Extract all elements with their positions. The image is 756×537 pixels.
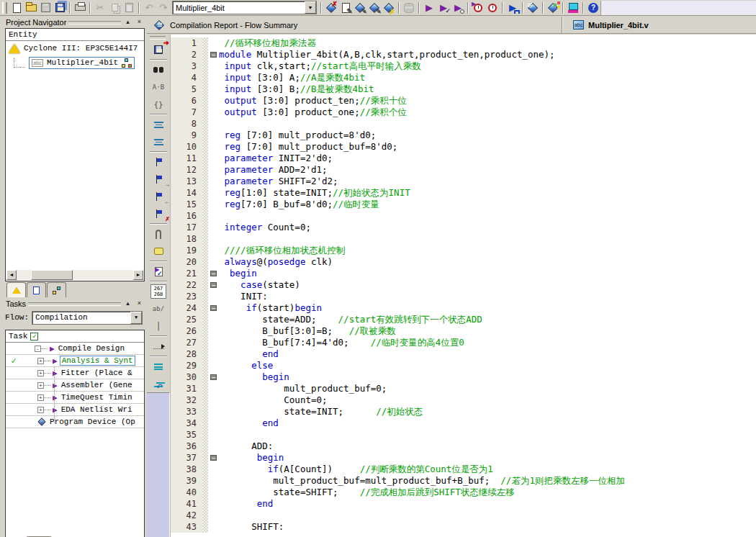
code-text[interactable]: ADD: (219, 441, 756, 452)
code-line[interactable]: 21 begin (171, 268, 756, 279)
task-row[interactable]: +▶EDA Netlist Wri (6, 404, 144, 416)
code-text[interactable]: state=ADD; //start有效跳转到下一个状态ADD (219, 314, 756, 325)
simulator-icon[interactable]: ▶ (505, 1, 520, 15)
code-line[interactable]: 35 (171, 429, 756, 441)
code-text[interactable]: state=INIT; //初始状态 (219, 406, 756, 418)
code-text[interactable]: reg[1:0] state=INIT;//初始状态为INIT (219, 187, 756, 199)
code-line[interactable]: 41 end (171, 498, 756, 510)
expand-expander-icon[interactable]: + (37, 358, 44, 364)
increase-indent-icon[interactable] (147, 116, 170, 133)
code-line[interactable]: 14 reg[1:0] state=INIT;//初始状态为INIT (171, 187, 756, 199)
code-text[interactable]: state=SHIFT; //完成相加后跳到SHIFT状态继续左移 (219, 487, 756, 498)
code-line[interactable]: 30 begin (171, 371, 756, 383)
code-line[interactable]: 43 SHIFT: (171, 521, 756, 533)
code-line[interactable]: 7 output [3:0] product_one;//乘积个位 (171, 107, 756, 118)
fold-collapse-icon[interactable] (210, 305, 217, 311)
code-text[interactable]: end (219, 418, 756, 429)
task-label[interactable]: Analysis & Synt (60, 356, 135, 366)
task-row[interactable]: Program Device (Op (6, 416, 144, 428)
code-text[interactable]: begin (219, 371, 756, 383)
comment-icon[interactable]: ab/ (147, 300, 170, 317)
code-text[interactable]: integer Count=0; (219, 222, 756, 233)
code-line[interactable]: 36 ADD: (171, 441, 756, 452)
code-text[interactable]: end (219, 498, 756, 510)
next-bookmark-icon[interactable]: → (147, 171, 170, 188)
run-task-icon[interactable]: ▶ (50, 356, 60, 366)
editor-file-tab[interactable]: abc Multiplier_4bit.v (566, 17, 656, 33)
code-text[interactable]: if(A[Count]) //判断乘数的第Count位是否为1 (219, 464, 756, 475)
toolbar-grip[interactable] (2, 2, 7, 14)
task-row[interactable]: -▶Compile Design (6, 343, 144, 355)
clear-bookmarks-icon[interactable]: ✗ (147, 205, 170, 222)
code-text[interactable]: B_buf[3:0]=B; //取被乘数 (219, 325, 756, 337)
run-task-icon[interactable]: ▶ (50, 405, 60, 415)
programmer-icon[interactable] (566, 1, 580, 15)
macro-icon[interactable] (147, 243, 170, 260)
code-text[interactable]: Count=0; (219, 394, 756, 406)
code-text[interactable]: SHIFT: (219, 521, 756, 533)
code-line[interactable]: 26 B_buf[3:0]=B; //取被乘数 (171, 325, 756, 337)
run-task-icon[interactable]: ▶ (50, 369, 60, 378)
code-line[interactable]: 13 parameter SHIFT=2'd2; (171, 176, 756, 187)
code-text[interactable]: if(start)begin (219, 302, 756, 314)
code-text[interactable]: else (219, 360, 756, 371)
code-line[interactable]: 5 input [3:0] B;//B是被乘数4bit (171, 84, 756, 95)
code-text[interactable] (219, 429, 756, 441)
code-text[interactable]: mult_product_buf=0; (219, 383, 756, 394)
code-line[interactable]: 29 else (171, 360, 756, 371)
code-text[interactable]: begin (219, 268, 756, 279)
help-icon[interactable]: ? (586, 1, 600, 15)
code-text[interactable]: output [3:0] product_one;//乘积个位 (219, 107, 756, 118)
code-line[interactable]: 24 if(start)begin (171, 302, 756, 314)
code-text[interactable] (219, 118, 756, 130)
code-line[interactable]: 42 (171, 510, 756, 521)
close-panel-button[interactable]: × (135, 18, 144, 27)
device-settings-icon[interactable]: ✗ (324, 1, 338, 15)
entity-selector[interactable]: Multiplier_4bit▼ (172, 1, 317, 14)
code-line[interactable]: 20 always@(posedge clk) (171, 256, 756, 268)
design-partitions-icon[interactable]: ✗ (382, 1, 396, 15)
analyze-current-file-icon[interactable] (147, 263, 170, 280)
code-line[interactable]: 3 input clk,start;//start高电平时输入乘数 (171, 60, 756, 72)
code-line[interactable]: 18 (171, 233, 756, 245)
save-and-analyze-icon[interactable]: ➜ (147, 41, 170, 58)
code-line[interactable]: 39 mult_product_buf=mult_product_buf+B_b… (171, 475, 756, 487)
compilation-report-icon[interactable] (526, 1, 540, 15)
start-timing-analysis-icon[interactable]: ▶ (451, 1, 465, 15)
code-line[interactable]: 22 case(state) (171, 279, 756, 291)
column-edit-icon[interactable]: | (147, 317, 170, 335)
code-line[interactable]: 8 (171, 118, 756, 130)
code-line[interactable]: 32 Count=0; (171, 394, 756, 406)
code-line[interactable]: 2module Multiplier_4bit(A,B,clk,start,pr… (171, 49, 756, 60)
expand-expander-icon[interactable]: + (37, 370, 44, 376)
code-line[interactable]: 34 end (171, 418, 756, 429)
chip-planner-icon[interactable]: ✎ (367, 1, 382, 15)
task-row[interactable]: +▶TimeQuest Timin (6, 392, 144, 404)
code-line[interactable]: 19 ////循环移位相加状态机控制 (171, 245, 756, 256)
task-row[interactable]: ✓+▶Analysis & Synt (6, 355, 144, 367)
collapse-panel-button[interactable]: ▴ (123, 18, 132, 27)
code-line[interactable]: 40 state=SHIFT; //完成相加后跳到SHIFT状态继续左移 (171, 487, 756, 498)
code-line[interactable]: 28 end (171, 348, 756, 360)
code-line[interactable]: 4 input [3:0] A;//A是乘数4bit (171, 72, 756, 84)
code-text[interactable]: reg [7:0] mult_product_buf=8'd0; (219, 141, 756, 153)
expand-expander-icon[interactable]: + (37, 382, 44, 389)
code-text[interactable]: case(state) (219, 279, 756, 291)
fold-collapse-icon[interactable] (210, 271, 217, 276)
code-text[interactable]: module Multiplier_4bit(A,B,clk,start,pro… (219, 49, 756, 60)
collapse-expander-icon[interactable]: - (35, 346, 41, 352)
run-task-icon[interactable]: ▶ (50, 393, 60, 402)
fold-collapse-icon[interactable] (210, 282, 217, 288)
toggle-bookmark-icon[interactable] (147, 153, 170, 171)
attach-icon[interactable] (147, 225, 170, 243)
compilation-report-tab[interactable]: Compilation Report - Flow Summary (147, 17, 305, 33)
code-line[interactable]: 11 parameter INIT=2'd0; (171, 153, 756, 164)
code-text[interactable] (219, 210, 756, 222)
fold-collapse-icon[interactable] (210, 374, 217, 380)
scroll-left-button[interactable]: ◄ (6, 270, 17, 280)
flow-selector[interactable]: Compilation ▼ (32, 311, 143, 325)
code-text[interactable] (219, 510, 756, 521)
code-text[interactable]: parameter SHIFT=2'd2; (219, 176, 756, 187)
code-line[interactable]: 1 //循环移位相加乘法器 (171, 37, 756, 49)
code-line[interactable]: 17 integer Count=0; (171, 222, 756, 233)
